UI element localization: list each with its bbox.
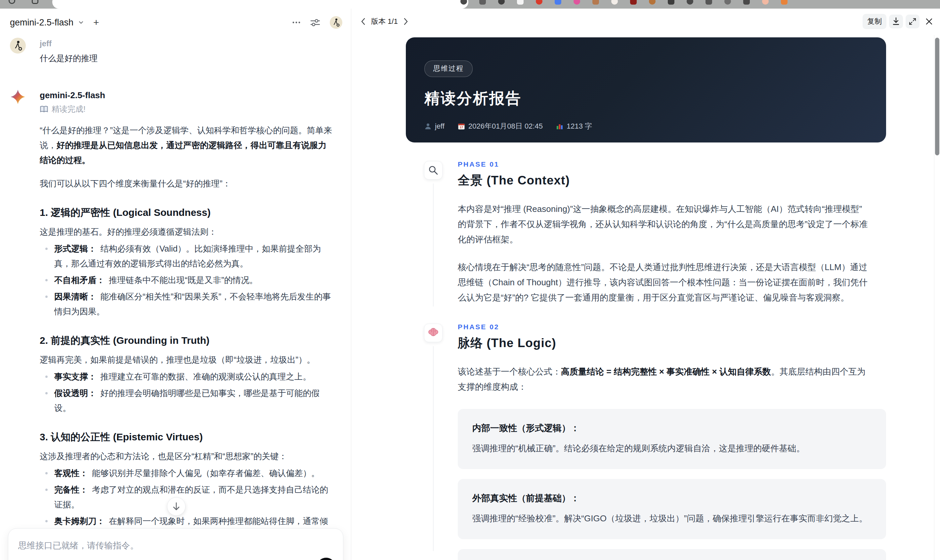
extension-icon[interactable] [536,0,542,5]
extension-icon[interactable] [743,0,750,5]
extension-icon[interactable] [461,0,467,5]
report-document: 思维过程 精读分析报告 jeff 17 [406,37,886,560]
phase-paragraph: 核心情境在于解决“思考的随意性”问题。不论是人类通过批判性思维进行决策，还是大语… [458,260,871,305]
extension-icon[interactable] [649,0,656,5]
more-options-icon[interactable] [292,21,300,24]
message-author: gemini-2.5-flash [40,89,333,100]
extension-icon[interactable] [573,0,580,5]
report-header: 版本 1/1 复制 [361,12,936,31]
browser-extensions[interactable] [461,0,787,5]
assistant-markdown: “什么是好的推理？”这是一个涉及逻辑学、认知科学和哲学核心的问题。简单来说，好的… [40,123,333,560]
extension-icon[interactable] [517,0,524,5]
list-item: 事实支撑：推理建立在可靠的数据、准确的观测或公认的真理之上。 [54,369,333,384]
copy-button[interactable]: 复制 [863,14,886,29]
user-avatar [10,38,26,54]
phase-paragraph: 该论述基于一个核心公式：高质量结论 = 结构完整性 × 事实准确性 × 认知自律… [458,364,871,394]
scrollbar-thumb[interactable] [935,38,939,155]
section-lead: 这涉及推理者的心态和方法论，也是区分“杠精”和“思想家”的关键： [40,449,333,464]
conversation-title[interactable]: gemini-2.5-flash [10,17,74,28]
dimension-card: 外部真实性（前提基础）： 强调推理的“经验校准”。解决“GIGO（垃圾进，垃圾出… [458,479,886,539]
card-title: 内部一致性（形式逻辑）： [472,422,872,434]
extension-icon[interactable] [724,0,731,5]
dimension-cards: 内部一致性（形式逻辑）： 强调推理的“机械正确”。结论必须在给定的规则系统内逻辑… [458,409,886,560]
message-author: jeff [40,38,333,48]
intro-paragraph: “什么是好的推理？”这是一个涉及逻辑学、认知科学和哲学核心的问题。简单来说，好的… [40,123,333,168]
report-panel: 版本 1/1 复制 [351,9,940,560]
new-chat-button[interactable]: + [93,17,99,28]
browser-reload-icon[interactable] [9,0,15,4]
composer-placeholder: 思维接口已就绪，请传输指令。 [18,540,333,551]
extension-icon[interactable] [687,0,693,5]
dimension-card: 内部一致性（形式逻辑）： 强调推理的“机械正确”。结论必须在给定的规则系统内逻辑… [458,409,886,469]
section-heading-2: 2. 前提的真实性 (Grounding in Truth) [40,333,333,348]
browser-chrome [0,0,940,9]
meta-date: 17 2026年01月08日 02:45 [458,122,543,131]
meta-word-count: 1213 字 [556,122,592,131]
calendar-icon: 17 [458,123,465,130]
phase-section-1: PHASE 01 全景 (The Context) 本内容是对“推理 (Reas… [406,160,886,305]
composer[interactable]: 思维接口已就绪，请传输指令。 [8,528,343,560]
extension-icon[interactable] [630,0,637,5]
assistant-status: 精读完成! [40,104,333,114]
screen: gemini-2.5-flash + [0,0,940,560]
extension-icon[interactable] [781,0,787,5]
report-badge: 思维过程 [424,60,473,77]
voice-input-button[interactable] [316,558,336,560]
extension-icon[interactable] [706,0,712,5]
user-message: jeff 什么是好的推理 [10,38,333,64]
section-heading-3: 3. 认知的公正性 (Epistemic Virtues) [40,429,333,444]
phase-section-2: PHASE 02 脉络 (The Logic) 该论述基于一个核心公式：高质量结… [406,323,886,560]
extension-icon[interactable] [479,0,486,5]
next-version-icon[interactable] [403,17,408,25]
bar-chart-icon [556,123,563,130]
timeline-connector [433,183,434,306]
bullet-list: 事实支撑：推理建立在可靠的数据、准确的观测或公认的真理之上。 假设透明：好的推理… [40,369,333,415]
extension-icon[interactable] [668,0,674,5]
card-title: 外部真实性（前提基础）： [472,492,872,504]
book-icon [40,105,48,113]
phase-title: 全景 (The Context) [458,172,886,189]
gemini-star-icon [10,89,40,105]
section-heading-1: 1. 逻辑的严密性 (Logical Soundness) [40,205,333,220]
chat-scroll-area[interactable]: jeff 什么是好的推理 [0,34,351,560]
app: gemini-2.5-flash + [0,9,940,560]
bullet-list: 形式逻辑：结构必须有效（Valid）。比如演绎推理中，如果前提全部为真，那么通过… [40,242,333,319]
chevron-down-icon[interactable] [78,20,84,25]
extension-icon[interactable] [762,0,769,5]
extension-icon[interactable] [498,0,505,5]
section-lead: 这是推理的基石。好的推理必须遵循逻辑法则： [40,225,333,239]
prev-version-icon[interactable] [361,17,366,25]
extension-icon[interactable] [611,0,618,5]
status-text: 精读完成! [52,104,86,114]
report-hero-card: 思维过程 精读分析报告 jeff 17 [406,37,886,143]
extension-icon[interactable] [555,0,561,5]
download-icon[interactable] [889,15,903,28]
tune-settings-icon[interactable] [310,17,321,28]
fullscreen-icon[interactable] [906,15,920,28]
meta-author: jeff [424,122,445,131]
report-title: 精读分析报告 [424,88,868,109]
list-item: 完备性：考虑了对立的观点和潜在的反证，而不是只选择支持自己结论的证据。 [54,482,333,512]
scroll-to-bottom-button[interactable] [167,497,186,516]
card-body: 强调推理的“机械正确”。结论必须在给定的规则系统内逻辑自洽，这是推理的硬件基础。 [472,441,872,456]
svg-text:17: 17 [460,125,463,129]
timeline-connector [433,346,434,551]
intro-paragraph-2: 我们可以从以下四个维度来衡量什么是“好的推理”： [40,176,333,191]
phase-label: PHASE 01 [458,160,886,168]
section-lead: 逻辑再完美，如果前提是错误的，推理也是垃圾（即“垃圾进，垃圾出”）。 [40,352,333,367]
extension-icon[interactable] [592,0,599,5]
magnifier-icon [424,161,442,180]
browser-url-bar[interactable] [52,0,468,9]
list-item: 因果清晰：能准确区分“相关性”和“因果关系”，不会轻率地将先后发生的事情归为因果… [54,289,333,319]
version-navigator: 版本 1/1 [361,17,408,26]
list-item: 客观性：能够识别并尽量排除个人偏见（如幸存者偏差、确认偏差）。 [54,466,333,481]
phase-title: 脉络 (The Logic) [458,335,886,351]
scrollbar-track[interactable] [934,35,940,560]
person-icon [424,123,431,130]
dimension-card: 主体伦理（认识美德）： 转向推理者的心理特征。引入奥卡姆剃刀和反向论证，旨在克服… [458,549,886,560]
card-body: 强调推理的“经验校准”。解决“GIGO（垃圾进，垃圾出）”问题，确保推理引擎运行… [472,511,872,526]
user-avatar[interactable] [330,16,342,29]
phase-paragraph: 本内容是对“推理 (Reasoning)”这一抽象概念的高层建模。在知识爆炸与人… [458,202,871,247]
browser-apps-icon[interactable] [32,0,39,4]
close-icon[interactable] [922,15,936,28]
